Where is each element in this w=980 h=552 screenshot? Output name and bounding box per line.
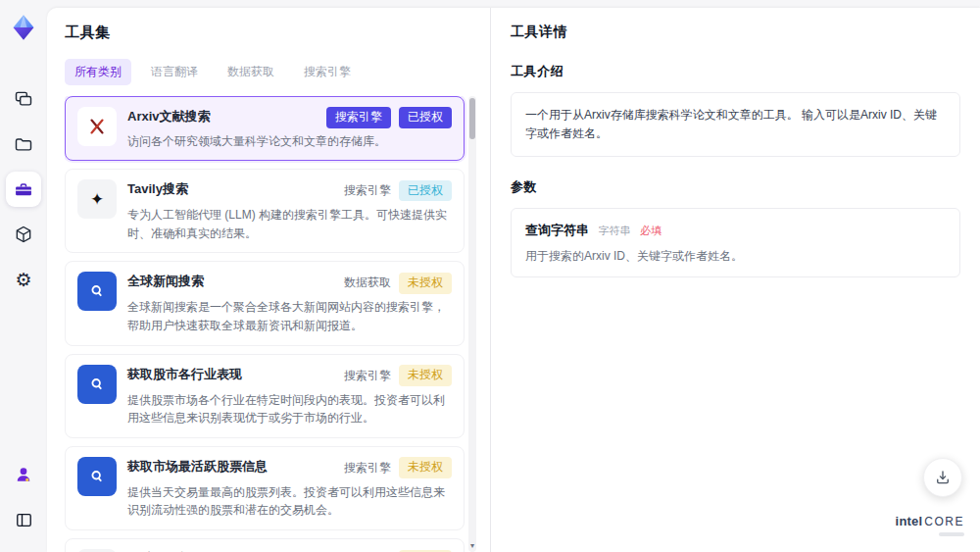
- tool-card-tavily[interactable]: ✦ Tavily搜索 搜索引擎 已授权 专为人工智能代理 (LLM) 构建的搜索…: [65, 169, 465, 253]
- main-content: 工具集 所有类别 语言翻译 数据获取 搜索引擎 Arxiv文献搜索: [47, 8, 980, 552]
- tab-search-engine[interactable]: 搜索引擎: [294, 59, 361, 85]
- chat-icon: [14, 89, 33, 109]
- tool-description: 提供当天交易量最高的股票列表。投资者可以利用这些信息来识别流动性强的股票和潜在的…: [127, 483, 452, 520]
- sidebar-item-packages[interactable]: [6, 217, 41, 252]
- collapse-panel-icon: [15, 511, 33, 529]
- tool-category-label: 数据获取: [344, 272, 391, 294]
- param-description: 用于搜索的Arxiv ID、关键字或作者姓名。: [525, 248, 946, 265]
- tool-status-badge: 未授权: [399, 457, 452, 478]
- tab-data-acquisition[interactable]: 数据获取: [218, 59, 284, 85]
- param-card: 查询字符串 字符串 必填 用于搜索的Arxiv ID、关键字或作者姓名。: [511, 208, 960, 277]
- tool-card-most-active-stocks[interactable]: 获取市场最活跃股票信息 搜索引擎 未授权 提供当天交易量最高的股票列表。投资者可…: [65, 446, 465, 530]
- tool-list-panel: 工具集 所有类别 语言翻译 数据获取 搜索引擎 Arxiv文献搜索: [47, 8, 490, 552]
- tool-status-badge: 未授权: [399, 365, 452, 386]
- download-button[interactable]: [923, 458, 962, 497]
- download-icon: [934, 469, 952, 486]
- params-heading: 参数: [511, 178, 960, 196]
- intro-heading: 工具介绍: [511, 63, 960, 80]
- tool-status-badge: 未授权: [399, 273, 452, 294]
- param-type: 字符串: [598, 225, 630, 236]
- cube-icon: [14, 225, 33, 244]
- tool-description: 访问各个研究领域大量科学论文和文章的存储库。: [127, 132, 452, 151]
- brand-subline: [939, 532, 964, 536]
- param-name: 查询字符串: [525, 223, 589, 237]
- sidebar-item-settings[interactable]: ⚙: [6, 262, 41, 297]
- category-tabs: 所有类别 语言翻译 数据获取 搜索引擎: [65, 59, 476, 85]
- tool-category-badge: 搜索引擎: [326, 107, 391, 128]
- tool-title: Arxiv文献搜索: [127, 107, 211, 125]
- tool-card-global-news[interactable]: 全球新闻搜索 数据获取 未授权 全球新闻搜索是一个聚合全球各大新闻网站内容的搜索…: [65, 261, 465, 345]
- tool-category-label: 搜索引擎: [344, 457, 391, 479]
- intel-wordmark: intel: [896, 514, 923, 528]
- tool-status-badge: 已授权: [399, 107, 452, 128]
- tool-detail-panel: 工具详情 工具介绍 一个用于从Arxiv存储库搜索科学论文和文章的工具。 输入可…: [490, 8, 980, 552]
- tool-status-badge: 已授权: [399, 180, 452, 202]
- tool-category-label: 搜索引擎: [344, 365, 391, 387]
- gear-icon: ⚙: [15, 271, 31, 289]
- app-logo: [8, 12, 39, 43]
- news-search-icon: [77, 365, 117, 404]
- sparkle-icon: ✦: [77, 179, 117, 219]
- scrollbar-thumb[interactable]: [469, 98, 475, 139]
- param-required-badge: 必填: [640, 225, 662, 236]
- tool-card-arxiv[interactable]: Arxiv文献搜索 搜索引擎 已授权 访问各个研究领域大量科学论文和文章的存储库…: [65, 96, 465, 161]
- detail-title: 工具详情: [511, 24, 960, 41]
- intro-text: 一个用于从Arxiv存储库搜索科学论文和文章的工具。 输入可以是Arxiv ID…: [525, 108, 937, 140]
- scrollbar-down-arrow[interactable]: ▾: [468, 541, 476, 550]
- collapse-sidebar-button[interactable]: [6, 502, 41, 537]
- tool-title: 获取市场最活跃股票信息: [127, 457, 268, 476]
- tool-description: 专为人工智能代理 (LLM) 构建的搜索引擎工具。可快速提供实时、准确和真实的结…: [127, 206, 452, 242]
- page-title: 工具集: [65, 24, 476, 42]
- sidebar-item-tools[interactable]: [6, 172, 41, 207]
- tool-title: 获取股市各行业表现: [127, 365, 242, 383]
- tab-all-categories[interactable]: 所有类别: [65, 59, 131, 85]
- tool-category-label: 搜索引擎: [344, 179, 391, 202]
- intro-box: 一个用于从Arxiv存储库搜索科学论文和文章的工具。 输入可以是Arxiv ID…: [511, 92, 960, 157]
- tool-description: 提供股票市场各个行业在特定时间段内的表现。投资者可以利用这些信息来识别表现优于或…: [127, 391, 452, 427]
- avatar-icon: [14, 465, 33, 484]
- left-rail: ⚙: [0, 0, 47, 552]
- intel-core-logo: intelcore: [896, 512, 964, 536]
- arxiv-x-icon: [77, 107, 117, 146]
- folder-icon: [14, 134, 33, 154]
- news-search-icon: [77, 457, 117, 496]
- tab-language-translation[interactable]: 语言翻译: [141, 59, 208, 85]
- toolbox-icon: [14, 179, 33, 199]
- tool-description: 全球新闻搜索是一个聚合全球各大新闻网站内容的搜索引擎，帮助用户快速获取全球最新资…: [127, 298, 452, 334]
- sidebar-item-account[interactable]: [6, 457, 41, 492]
- tool-title: 全球新闻搜索: [127, 272, 204, 290]
- tool-card-sector-performance[interactable]: 获取股市各行业表现 搜索引擎 未授权 提供股票市场各个行业在特定时间段内的表现。…: [65, 354, 465, 438]
- sidebar-item-chat[interactable]: [6, 81, 41, 117]
- scrollbar[interactable]: ▾: [468, 96, 476, 552]
- core-wordmark: core: [924, 515, 964, 528]
- news-search-icon: [77, 272, 117, 311]
- sidebar-item-files[interactable]: [6, 126, 41, 162]
- gem-logo-icon: [10, 14, 37, 41]
- tool-card-regional-news[interactable]: 万维地区新闻查询 搜索引擎 未授权 查询具体行政区划内的新闻，快速了解各地新闻动: [65, 538, 465, 552]
- tool-list: Arxiv文献搜索 搜索引擎 已授权 访问各个研究领域大量科学论文和文章的存储库…: [65, 96, 476, 552]
- tool-title: Tavily搜索: [127, 179, 188, 198]
